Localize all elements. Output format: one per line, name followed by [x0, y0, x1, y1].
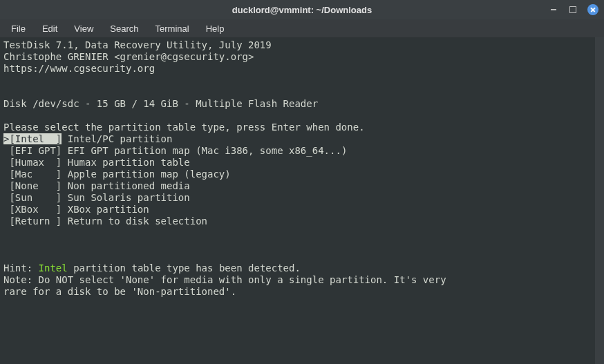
- menu-view[interactable]: View: [67, 21, 100, 36]
- menu-help[interactable]: Help: [199, 21, 232, 36]
- option-key[interactable]: [Mac ]: [3, 169, 62, 180]
- note-line-1: Note: Do NOT select 'None' for media wit…: [3, 274, 446, 285]
- disk-info-line: Disk /dev/sdc - 15 GB / 14 GiB - Multipl…: [3, 98, 318, 109]
- note-line-2: rare for a disk to be 'Non-partitioned'.: [3, 286, 236, 297]
- terminal-output[interactable]: TestDisk 7.1, Data Recovery Utility, Jul…: [0, 37, 595, 364]
- option-desc: EFI GPT partition map (Mac i386, some x8…: [62, 145, 347, 156]
- menubar: File Edit View Search Terminal Help: [0, 19, 604, 37]
- option-key[interactable]: [Sun ]: [3, 192, 62, 203]
- option-desc: Return to disk selection: [62, 215, 207, 227]
- option-desc: Humax partition table: [62, 157, 189, 168]
- app-author-line: Christophe GRENIER <grenier@cgsecurity.o…: [3, 51, 254, 62]
- option-key[interactable]: [XBox ]: [3, 204, 62, 215]
- option-desc: Sun Solaris partition: [62, 192, 189, 203]
- menu-edit[interactable]: Edit: [35, 21, 64, 36]
- window-controls: [549, 4, 598, 15]
- prompt-line: Please select the partition table type, …: [3, 122, 365, 133]
- hint-highlight: Intel: [39, 262, 68, 274]
- scrollbar[interactable]: [595, 37, 604, 364]
- window-title: ducklord@vmmint: ~/Downloads: [232, 5, 372, 15]
- hint-line: Hint: Intel partition table type has bee…: [3, 262, 301, 274]
- close-button[interactable]: [587, 4, 598, 15]
- window-titlebar: ducklord@vmmint: ~/Downloads: [0, 0, 604, 19]
- option-key[interactable]: [EFI GPT]: [3, 145, 62, 156]
- maximize-button[interactable]: [568, 5, 578, 15]
- option-key[interactable]: [None ]: [3, 180, 62, 191]
- option-desc: Non partitioned media: [62, 180, 189, 191]
- option-desc: XBox partition: [62, 204, 149, 215]
- option-desc: Apple partition map (legacy): [62, 169, 230, 180]
- menu-terminal[interactable]: Terminal: [149, 21, 196, 36]
- minimize-button[interactable]: [549, 5, 558, 15]
- option-key[interactable]: [Humax ]: [3, 157, 62, 168]
- app-url-line: https://www.cgsecurity.org: [3, 63, 155, 74]
- option-key-selected[interactable]: >[Intel ]: [3, 133, 62, 144]
- menu-search[interactable]: Search: [103, 21, 145, 36]
- option-desc: Intel/PC partition: [62, 133, 172, 144]
- menu-file[interactable]: File: [4, 21, 32, 36]
- app-header-line: TestDisk 7.1, Data Recovery Utility, Jul…: [3, 39, 272, 50]
- option-key[interactable]: [Return ]: [3, 215, 62, 227]
